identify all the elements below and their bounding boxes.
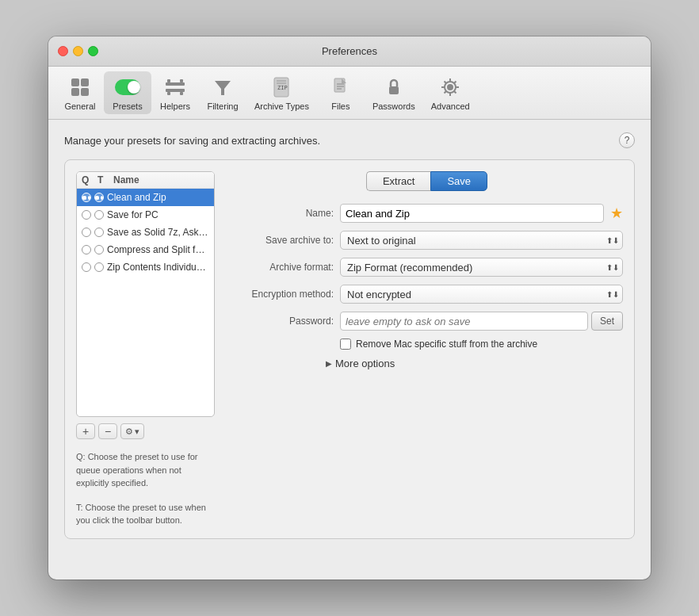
titlebar: Preferences (48, 36, 651, 67)
description-row: Manage your presets for saving and extra… (64, 132, 635, 148)
preset-item[interactable]: Save as Solid 7z, Ask fo... (77, 224, 214, 241)
toolbar-item-archive-types[interactable]: ZIP Archive Types (246, 71, 317, 114)
help-button[interactable]: ? (619, 132, 635, 148)
advanced-label: Advanced (431, 101, 470, 111)
svg-rect-2 (71, 88, 79, 96)
toolbar-item-general[interactable]: General (56, 71, 104, 114)
preset-name: Save as Solid 7z, Ask fo... (107, 227, 209, 238)
help-text-q: Q: Choose the preset to use for queue op… (76, 450, 215, 490)
right-panel: Extract Save Name: ★ Save archive to: (231, 171, 623, 527)
svg-line-29 (454, 82, 456, 84)
password-row: Password: Set (231, 312, 623, 331)
q-radio[interactable] (82, 228, 91, 237)
svg-rect-7 (166, 89, 185, 92)
toolbar-item-presets[interactable]: Presets (104, 71, 151, 114)
description-text: Manage your presets for saving and extra… (64, 135, 320, 147)
list-footer: + − ⚙ ▾ (76, 423, 215, 439)
svg-text:ZIP: ZIP (277, 85, 288, 91)
extract-save-tabs: Extract Save (231, 171, 623, 191)
gear-icon: ⚙ (125, 427, 133, 437)
minimize-button[interactable] (73, 46, 83, 56)
preferences-window: Preferences General Presets (48, 36, 651, 580)
q-radio[interactable] (82, 210, 91, 220)
content-area: Manage your presets for saving and extra… (48, 120, 651, 580)
more-options-label: More options (335, 358, 395, 369)
svg-rect-1 (81, 78, 89, 86)
tab-save[interactable]: Save (430, 171, 487, 191)
helpers-icon (162, 75, 188, 100)
format-select[interactable]: Zip Format (recommended) 7z Tar Tar.gz T… (340, 258, 623, 277)
svg-rect-20 (389, 86, 399, 94)
save-to-row: Save archive to: Next to original Ask ev… (231, 231, 623, 250)
gear-preset-button[interactable]: ⚙ ▾ (120, 423, 144, 439)
list-header: Q T Name (77, 172, 214, 189)
remove-preset-button[interactable]: − (98, 423, 117, 439)
encryption-row: Encryption method: Not encrypted AES-256… (231, 285, 623, 304)
tab-extract[interactable]: Extract (366, 171, 430, 191)
passwords-icon (381, 75, 407, 100)
presets-label: Presets (113, 101, 142, 111)
preset-list[interactable]: Q T Name Clean and Zip (76, 171, 215, 417)
set-button[interactable]: Set (591, 312, 623, 331)
svg-rect-5 (167, 79, 170, 82)
encryption-label: Encryption method: (231, 289, 334, 300)
preset-name: Save for PC (107, 209, 159, 220)
col-name: Name (113, 174, 209, 186)
preset-name: Compress and Split for... (107, 244, 209, 255)
format-select-wrapper: Zip Format (recommended) 7z Tar Tar.gz T… (340, 258, 623, 277)
helpers-label: Helpers (160, 101, 190, 111)
archive-types-label: Archive Types (254, 101, 309, 111)
q-radio[interactable] (82, 245, 91, 254)
name-row: Name: ★ (231, 204, 623, 223)
name-label: Name: (231, 208, 334, 219)
save-to-label: Save archive to: (231, 235, 334, 246)
svg-rect-8 (167, 92, 170, 95)
mac-stuff-checkbox[interactable] (340, 339, 351, 350)
t-radio[interactable] (94, 245, 104, 254)
general-label: General (64, 101, 95, 111)
password-label: Password: (231, 316, 334, 327)
toolbar-item-passwords[interactable]: Passwords (365, 71, 423, 114)
save-to-select-wrapper: Next to original Ask every time Desktop … (340, 231, 623, 250)
toolbar-item-helpers[interactable]: Helpers (151, 71, 199, 114)
svg-rect-4 (166, 82, 185, 86)
toolbar-item-filtering[interactable]: Filtering (199, 71, 246, 114)
t-radio[interactable] (94, 228, 104, 237)
more-options-row[interactable]: ▶ More options (326, 358, 623, 369)
q-radio[interactable] (82, 193, 91, 202)
svg-line-28 (454, 91, 456, 94)
col-q: Q (82, 174, 97, 186)
preset-item[interactable]: Save for PC (77, 206, 214, 224)
filtering-label: Filtering (207, 101, 238, 111)
preset-item[interactable]: Compress and Split for... (77, 241, 214, 258)
toolbar: General Presets Helpers (48, 67, 651, 120)
preset-name: Zip Contents Individually (107, 262, 209, 273)
password-input[interactable] (340, 312, 588, 331)
format-row: Archive format: Zip Format (recommended)… (231, 258, 623, 277)
advanced-icon (437, 75, 463, 100)
maximize-button[interactable] (88, 46, 98, 56)
name-field-wrapper (340, 204, 604, 223)
save-to-select[interactable]: Next to original Ask every time Desktop … (340, 231, 623, 250)
svg-point-21 (447, 84, 453, 90)
triangle-icon: ▶ (326, 359, 332, 368)
chevron-down-icon: ▾ (135, 427, 139, 437)
window-title: Preferences (322, 45, 377, 57)
preset-item[interactable]: Zip Contents Individually (77, 258, 214, 276)
traffic-lights (58, 46, 98, 56)
add-preset-button[interactable]: + (76, 423, 95, 439)
toolbar-item-files[interactable]: Files (317, 71, 365, 114)
encryption-select-wrapper: Not encrypted AES-256 ZipCrypto ⬆⬇ (340, 285, 623, 304)
preset-item[interactable]: Clean and Zip (77, 189, 214, 206)
password-input-row: Set (340, 312, 623, 331)
t-radio[interactable] (94, 262, 104, 272)
t-radio[interactable] (94, 193, 104, 202)
encryption-select[interactable]: Not encrypted AES-256 ZipCrypto (340, 285, 623, 304)
toolbar-item-advanced[interactable]: Advanced (423, 71, 478, 114)
help-text-t: T: Choose the preset to use when you cli… (76, 501, 215, 527)
t-radio[interactable] (94, 210, 104, 220)
q-radio[interactable] (82, 262, 91, 272)
svg-rect-9 (180, 92, 183, 95)
close-button[interactable] (58, 46, 68, 56)
name-input[interactable] (340, 204, 604, 223)
